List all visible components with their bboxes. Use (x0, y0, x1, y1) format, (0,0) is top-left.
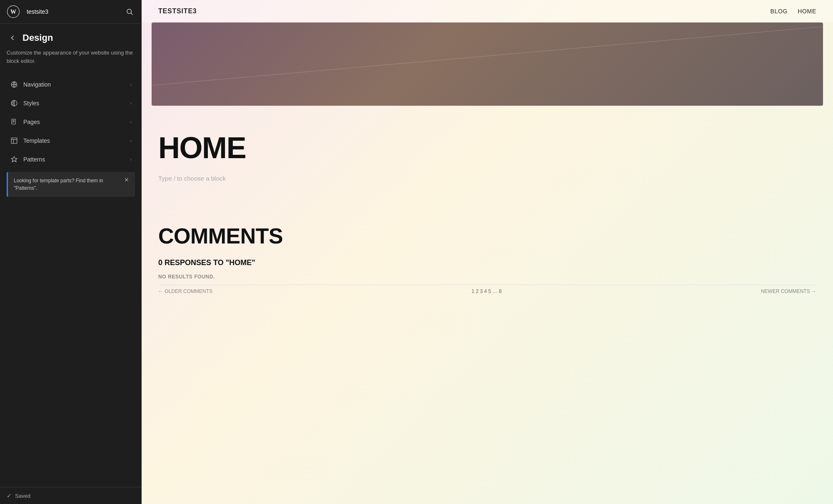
back-button[interactable] (7, 32, 18, 44)
sidebar-item-label: Patterns (23, 156, 45, 163)
wordpress-logo-icon: W (7, 5, 20, 18)
site-header: TESTSITE3 BLOG HOME (142, 0, 833, 22)
sidebar-topbar: W testsite3 (0, 0, 142, 24)
sidebar-item-pages[interactable]: Pages › (3, 113, 138, 131)
svg-rect-8 (12, 119, 15, 124)
hero-image (152, 22, 823, 106)
sidebar-item-patterns[interactable]: Patterns › (3, 150, 138, 169)
svg-marker-15 (11, 156, 17, 162)
info-banner-text: Looking for template parts? Find them in… (14, 177, 121, 192)
chevron-right-icon: › (130, 119, 132, 125)
site-preview: TESTSITE3 BLOG HOME HOME Type / to choos… (142, 0, 833, 504)
newer-comments-link[interactable]: NEWER COMMENTS → (761, 288, 816, 294)
chevron-right-icon: › (130, 138, 132, 144)
nav-link-blog[interactable]: BLOG (770, 8, 788, 15)
site-name-label: testsite3 (27, 8, 48, 15)
older-comments-link[interactable]: ← OLDER COMMENTS (158, 288, 212, 294)
sidebar-item-label: Templates (23, 137, 50, 144)
sidebar-item-label: Navigation (23, 81, 51, 88)
back-icon (8, 34, 17, 42)
sidebar-item-label: Pages (23, 119, 40, 125)
search-icon (126, 8, 133, 15)
responses-title: 0 RESPONSES TO "HOME" (158, 258, 816, 267)
sidebar-nav: Navigation › Styles › (0, 73, 142, 487)
svg-line-4 (131, 13, 132, 15)
sidebar-item-styles[interactable]: Styles › (3, 94, 138, 112)
chevron-right-icon: › (130, 100, 132, 106)
page-content: HOME Type / to choose a block (142, 106, 833, 223)
site-logo: TESTSITE3 (158, 7, 197, 15)
pages-icon (10, 118, 18, 126)
no-results-label: NO RESULTS FOUND. (158, 274, 816, 280)
site-nav: BLOG HOME (770, 8, 816, 15)
sidebar-title: Design (22, 32, 53, 43)
chevron-right-icon: › (130, 156, 132, 162)
saved-label: Saved (15, 493, 30, 499)
sidebar-item-templates[interactable]: Templates › (3, 132, 138, 150)
sidebar-description: Customize the appearance of your website… (0, 49, 142, 73)
svg-rect-12 (11, 138, 17, 144)
info-banner: Looking for template parts? Find them in… (7, 172, 135, 197)
comments-title: COMMENTS (158, 223, 816, 248)
sidebar-footer: ✓ Saved (0, 487, 142, 504)
sidebar-item-label: Styles (23, 100, 39, 107)
pagination-bar: ← OLDER COMMENTS 1 2 3 4 5 … 8 NEWER COM… (158, 285, 816, 298)
pagination-numbers[interactable]: 1 2 3 4 5 … 8 (471, 288, 501, 294)
info-banner-close-button[interactable]: ✕ (124, 177, 129, 183)
search-button[interactable] (124, 6, 135, 17)
sidebar: W testsite3 Design Customize the appeara… (0, 0, 142, 504)
nav-link-home[interactable]: HOME (798, 8, 816, 15)
sidebar-header: Design (0, 24, 142, 49)
block-placeholder: Type / to choose a block (158, 175, 816, 182)
svg-text:W: W (10, 9, 16, 15)
navigation-icon (10, 80, 18, 89)
templates-icon (10, 137, 18, 145)
styles-icon (10, 99, 18, 107)
saved-check-icon: ✓ (7, 492, 12, 499)
comments-section: COMMENTS 0 RESPONSES TO "HOME" NO RESULT… (142, 223, 833, 314)
page-title: HOME (158, 131, 816, 165)
patterns-icon (10, 155, 18, 164)
svg-point-3 (127, 9, 132, 14)
chevron-right-icon: › (130, 82, 132, 87)
sidebar-item-navigation[interactable]: Navigation › (3, 75, 138, 94)
